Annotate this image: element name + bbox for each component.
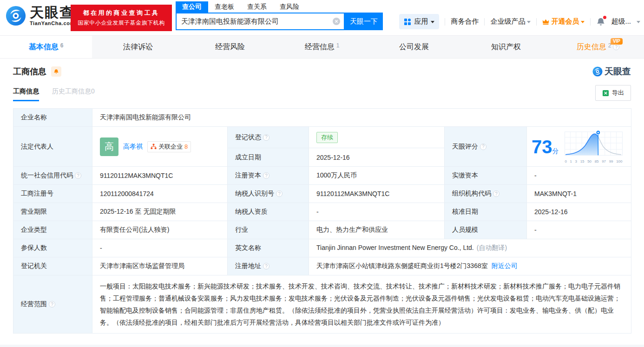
field-value-business-scope: 一般项目：太阳能发电技术服务；新兴能源技术研发；技术服务、技术开发、技术咨询、技…: [92, 275, 631, 334]
field-value-staff-size: -: [527, 221, 631, 239]
help-icon[interactable]: ?: [263, 263, 269, 269]
field-label-approval-date: 核准日期: [445, 203, 527, 221]
tab-operating-risk[interactable]: 经营风险: [184, 36, 276, 58]
field-label-taxpayer-quality: 纳税人资质: [228, 203, 309, 221]
field-value-reg-address: 天津市津南区小站镇津歧路东侧盛旺商业街1号楼2门3368室附近公司: [309, 257, 631, 275]
chevron-down-icon: [581, 21, 585, 23]
field-value-taxpayer-quality: -: [309, 203, 445, 221]
clear-icon[interactable]: [333, 18, 340, 25]
notification-bell-icon[interactable]: [596, 17, 605, 26]
company-tab-bar: 基本信息 6 法律诉讼 经营风险 经营信息 1 公司发展 知识产权 VIP 历史…: [0, 35, 644, 59]
vip-badge: VIP: [611, 38, 623, 45]
subtab-history-business-info[interactable]: 历史工商信息0: [52, 87, 95, 101]
tab-count: 6: [60, 42, 64, 49]
business-info-table: 企业名称 天津津南国电投新能源有限公司 法定代表人 高 高孝祺: [13, 108, 631, 334]
help-icon[interactable]: ?: [613, 44, 619, 50]
field-label-credit-code: 统一社会信用代码?: [13, 167, 92, 185]
apps-menu[interactable]: 应用: [399, 14, 439, 29]
divider: [536, 18, 537, 26]
nearby-companies-link[interactable]: 附近公司: [492, 262, 518, 269]
related-companies-badge[interactable]: 关联企业 8: [147, 141, 191, 152]
score-number: 73分: [532, 137, 559, 156]
help-icon[interactable]: ?: [493, 190, 499, 197]
search-button[interactable]: 天眼一下: [345, 13, 383, 30]
score-distribution-chart: 0131550859799100: [565, 130, 623, 164]
field-value-legal-rep: 高 高孝祺 关联企业 8: [92, 127, 228, 167]
status-badge: 存续: [316, 132, 338, 143]
search-tabs: 查公司 查老板 查关系 查风险: [176, 1, 383, 13]
field-label-industry: 行业: [228, 221, 309, 239]
field-value-paid-capital: -: [527, 167, 631, 185]
tab-legal-proceedings[interactable]: 法律诉讼: [92, 36, 184, 58]
help-icon[interactable]: ?: [480, 144, 486, 150]
tab-history-info[interactable]: VIP 历史信息 2 ?: [552, 36, 644, 58]
help-icon[interactable]: ?: [276, 190, 283, 197]
search-input[interactable]: [177, 18, 333, 26]
nav-enterprise-products[interactable]: 企业级产品: [490, 17, 531, 26]
field-value-english-name: Tianjin Jinnan Power Investment New Ener…: [309, 239, 631, 257]
field-label-company-type: 企业类型: [13, 221, 92, 239]
field-value-est-date: 2025-12-16: [309, 148, 445, 167]
chevron-down-icon: [637, 21, 640, 23]
table-row: 企业名称 天津津南国电投新能源有限公司: [13, 109, 631, 127]
search-tab-risk[interactable]: 查风险: [273, 1, 306, 13]
slogan-banner: 都在用的商业查询工具 国家中小企业发展子基金旗下机构: [71, 5, 172, 31]
field-value-business-term: 2025-12-16 至 无固定期限: [92, 203, 228, 221]
field-value-company-name: 天津津南国电投新能源有限公司: [92, 109, 631, 127]
field-value-industry: 电力、热力生产和供应业: [309, 221, 445, 239]
tab-intellectual-property[interactable]: 知识产权: [460, 36, 552, 58]
divider: [590, 18, 591, 26]
search-tab-company[interactable]: 查公司: [176, 1, 208, 13]
help-icon[interactable]: ?: [49, 301, 55, 308]
export-button[interactable]: 导出: [595, 85, 631, 101]
search-tab-relation[interactable]: 查关系: [241, 1, 273, 13]
subtab-business-info[interactable]: 工商信息: [13, 87, 39, 101]
tianyancha-logo[interactable]: 天眼查 TianYanCha.com: [6, 6, 75, 26]
apps-label: 应用: [414, 17, 428, 26]
field-label-paid-capital: 实缴资本: [445, 167, 527, 185]
field-label-reg-capital: 注册资本?: [228, 167, 309, 185]
page-bottom-strip: [0, 345, 644, 347]
main-content: 工商信息 天眼查 工商信息 历史工商信息0: [0, 65, 644, 334]
chevron-down-icon: [431, 21, 434, 23]
field-value-company-type: 有限责任公司(法人独资): [92, 221, 228, 239]
section-title: 工商信息: [13, 66, 46, 77]
field-value-reg-capital: 1000万人民币: [309, 167, 445, 185]
field-label-english-name: 英文名称: [228, 239, 309, 257]
tab-operating-info[interactable]: 经营信息 1: [276, 36, 368, 58]
watermark-logo: 天眼查: [592, 65, 631, 78]
field-label-reg-address: 注册地址?: [228, 257, 309, 275]
nav-business-cooperation[interactable]: 商务合作: [451, 17, 479, 26]
subscribe-bell-icon[interactable]: [51, 66, 61, 77]
field-label-business-term: 营业期限: [13, 203, 92, 221]
tianyancha-logo-icon: [6, 6, 26, 26]
table-row: 登记机关 天津市津南区市场监督管理局 注册地址? 天津市津南区小站镇津歧路东侧盛…: [13, 257, 631, 275]
table-row: 参保人数 - 英文名称 Tianjin Jinnan Power Investm…: [13, 239, 631, 257]
help-icon[interactable]: ?: [263, 134, 269, 141]
excel-icon: [602, 90, 609, 97]
section-header: 工商信息 天眼查: [13, 65, 631, 78]
field-value-taxpayer-id: 91120112MAK3MNQT1C: [309, 185, 445, 203]
crown-icon: [542, 19, 549, 25]
brand-name-en: TianYanCha.com: [30, 20, 75, 26]
brand-name-cn: 天眼查: [30, 6, 75, 20]
tab-company-development[interactable]: 公司发展: [368, 36, 460, 58]
org-chart-icon: [151, 144, 157, 150]
nav-super-vip[interactable]: 超级...: [611, 17, 631, 26]
nav-open-vip[interactable]: 开通会员: [542, 17, 585, 26]
field-label-score: 天眼评分?: [445, 127, 527, 167]
watermark-text: 天眼查: [605, 65, 631, 78]
search-tab-boss[interactable]: 查老板: [208, 1, 241, 13]
field-value-approval-date: 2025-12-16: [527, 203, 631, 221]
score-axis-ticks: 0131550859799100: [565, 159, 623, 164]
table-row: 经营范围? 一般项目：太阳能发电技术服务；新兴能源技术研发；技术服务、技术开发、…: [13, 275, 631, 334]
avatar: 高: [100, 137, 118, 156]
tianyancha-watermark-icon: [592, 66, 603, 77]
slogan-line1: 都在用的商业查询工具: [83, 9, 160, 17]
legal-rep-link[interactable]: 高孝祺: [123, 143, 143, 151]
help-icon[interactable]: ?: [75, 172, 81, 179]
field-label-staff-size: 人员规模: [445, 221, 527, 239]
field-value-reg-authority: 天津市津南区市场监督管理局: [92, 257, 228, 275]
tab-basic-info[interactable]: 基本信息 6: [0, 36, 92, 58]
help-icon[interactable]: ?: [263, 172, 269, 179]
